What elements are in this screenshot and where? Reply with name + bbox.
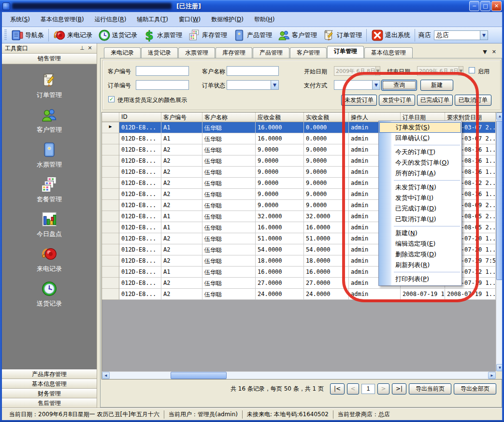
context-menu-item[interactable]: 订单发货(S): [379, 122, 461, 133]
status-filter-button-3[interactable]: 已完成订单: [417, 95, 453, 106]
context-menu-item[interactable]: 删除选定项(D): [379, 249, 461, 260]
menu-item-1[interactable]: 系统(S): [5, 14, 35, 26]
context-menu-item[interactable]: 已取消订单(U): [379, 214, 461, 225]
toolbar-grip[interactable]: [4, 29, 7, 41]
deliveryman-color-checkbox[interactable]: ✓: [108, 96, 115, 102]
chevron-down-icon[interactable]: ▼: [480, 31, 488, 40]
payment-select[interactable]: ▼: [334, 80, 380, 90]
tab-来电记录[interactable]: 来电记录: [104, 47, 141, 58]
prev-page-button[interactable]: <: [347, 383, 359, 394]
column-header-1[interactable]: ID: [119, 113, 161, 122]
context-menu-item[interactable]: 今天的发货订单(O): [379, 157, 461, 168]
context-menu-item[interactable]: 发货中订单(I): [379, 193, 461, 203]
menu-item-3[interactable]: 运行信息(R): [89, 14, 132, 26]
tab-订单管理[interactable]: 订单管理: [327, 46, 364, 58]
toolbar-button-exit[interactable]: 退出系统: [368, 28, 413, 42]
tab-产品管理[interactable]: 产品管理: [253, 47, 289, 58]
context-menu-item[interactable]: 新建(N): [379, 228, 461, 239]
chevron-down-icon[interactable]: ▼: [459, 67, 463, 75]
menu-item-5[interactable]: 窗口(W): [173, 14, 206, 26]
tab-水票管理[interactable]: 水票管理: [178, 47, 215, 58]
menu-separator: [394, 272, 460, 272]
query-button[interactable]: 查询: [381, 80, 417, 91]
toolbar-button-delivery-record[interactable]: 送货记录: [95, 28, 140, 42]
tab-list-dropdown-icon[interactable]: ▼: [483, 49, 487, 55]
sidebar-group-1[interactable]: 产品库存管理: [2, 369, 97, 379]
pin-icon[interactable]: ⊥: [78, 45, 86, 52]
close-button[interactable]: ✕: [491, 1, 502, 11]
horizontal-scrollbar[interactable]: ◀ ▶: [102, 371, 496, 379]
context-menu-item[interactable]: 所有的订单(A): [379, 168, 461, 179]
context-menu-item[interactable]: 今天的订单(T): [379, 147, 461, 157]
tab-close-icon[interactable]: ✕: [492, 49, 496, 55]
export-current-page-button[interactable]: 导出当前页: [409, 383, 451, 394]
customer-name-input[interactable]: [227, 66, 279, 76]
next-page-button[interactable]: >: [377, 383, 389, 394]
menu-item-2[interactable]: 基本信息管理(B): [35, 14, 89, 26]
toolbar-button-call-record[interactable]: 来电记录: [50, 28, 95, 42]
tab-客户管理[interactable]: 客户管理: [290, 47, 327, 58]
context-menu-item[interactable]: 回单确认(C): [379, 133, 461, 143]
shop-select[interactable]: 总店▼: [434, 30, 488, 40]
status-filter-button-1[interactable]: 未发货订单: [341, 95, 377, 106]
minimize-button[interactable]: ─: [469, 1, 479, 11]
order-no-input[interactable]: [136, 80, 189, 90]
column-header-5[interactable]: 实收金额: [304, 113, 349, 122]
sidebar-item-delivery-record[interactable]: 送货记录: [37, 281, 62, 308]
tab-基本信息管理[interactable]: 基本信息管理: [364, 47, 413, 58]
menu-item-7[interactable]: 帮助(H): [249, 14, 280, 26]
first-page-button[interactable]: |<: [330, 383, 345, 394]
tab-送货记录[interactable]: 送货记录: [141, 47, 178, 58]
sidebar-item-call-record[interactable]: 来电记录: [37, 246, 62, 273]
toolbar-button-product[interactable]: 产品管理: [230, 28, 275, 42]
sidebar-item-package[interactable]: 套餐管理: [37, 176, 62, 204]
toolbar-button-inventory[interactable]: 库存管理: [185, 28, 230, 42]
toolbar-button-customer[interactable]: 客户管理: [275, 28, 320, 42]
page-number-input[interactable]: [361, 384, 375, 394]
sidebar-item-stocktake[interactable]: 今日盘点: [37, 211, 62, 239]
last-page-button[interactable]: >|: [392, 383, 406, 394]
toolbar-button-water-ticket[interactable]: $水票管理: [140, 28, 185, 42]
status-filter-button-2[interactable]: 发货中订单: [379, 95, 415, 106]
context-menu-item[interactable]: 未发货订单(N): [379, 182, 461, 193]
order-status-select[interactable]: ▼: [227, 80, 279, 90]
context-menu-item[interactable]: 刷新列表(R): [379, 260, 461, 270]
context-menu-item[interactable]: 已完成订单(D): [379, 203, 461, 214]
sidebar-item-water-card[interactable]: 水票管理: [37, 141, 62, 169]
sidebar-item-customer[interactable]: 客户管理: [37, 107, 62, 134]
column-header-4[interactable]: 应收金额: [256, 113, 304, 122]
chevron-down-icon[interactable]: ▼: [372, 81, 380, 89]
toolbar-button-navigator[interactable]: 导航条: [8, 28, 47, 42]
chevron-down-icon[interactable]: ▼: [375, 67, 380, 75]
table-cell: 伍华聪: [202, 178, 256, 189]
scroll-left-icon[interactable]: ◀: [102, 372, 110, 379]
context-menu-item[interactable]: 编辑选定项(E): [379, 239, 461, 249]
toolbar-button-order[interactable]: 订单管理: [320, 28, 365, 42]
sidebar-group-3[interactable]: 财务管理: [2, 389, 97, 398]
sidebar-group-2[interactable]: 基本信息管理: [2, 379, 97, 389]
customer-no-input[interactable]: [136, 66, 189, 76]
sidebar-group-4[interactable]: 售后管理: [2, 398, 97, 408]
export-all-pages-button[interactable]: 导出全部页: [454, 383, 496, 394]
new-button[interactable]: 新建: [420, 80, 453, 91]
table-cell: 伍华聪: [202, 244, 256, 255]
maximize-button[interactable]: □: [480, 1, 490, 11]
sidebar-item-order[interactable]: 订单管理: [37, 72, 62, 99]
end-date-picker[interactable]: 2009年 6月 8日 ▼: [417, 66, 463, 76]
chevron-down-icon[interactable]: ▼: [271, 81, 278, 89]
tab-库存管理[interactable]: 库存管理: [216, 47, 252, 58]
start-date-picker[interactable]: 2009年 6月 8日 ▼: [334, 66, 380, 76]
context-menu-item[interactable]: 打印列表(P): [379, 274, 461, 284]
horizontal-scroll-thumb[interactable]: [171, 372, 227, 379]
menu-item-4[interactable]: 辅助工具(T): [131, 14, 173, 26]
status-filter-button-4[interactable]: 已取消订单: [455, 95, 491, 106]
deliveryman-color-label: 使用送货员定义的颜色展示: [117, 96, 187, 104]
column-header-2[interactable]: 客户编号: [161, 113, 202, 122]
sidebar-group-header[interactable]: 销售管理: [2, 54, 97, 64]
column-header-3[interactable]: 客户名称: [202, 113, 256, 122]
table-row[interactable]: 012D-E8...A2伍华聪24.000024.0000admin2008-0…: [102, 289, 496, 300]
menu-item-6[interactable]: 数据维护(D): [206, 14, 249, 26]
scroll-right-icon[interactable]: ▶: [488, 372, 496, 379]
tool-window-close-icon[interactable]: ✕: [86, 45, 94, 52]
enable-checkbox[interactable]: [469, 67, 475, 73]
